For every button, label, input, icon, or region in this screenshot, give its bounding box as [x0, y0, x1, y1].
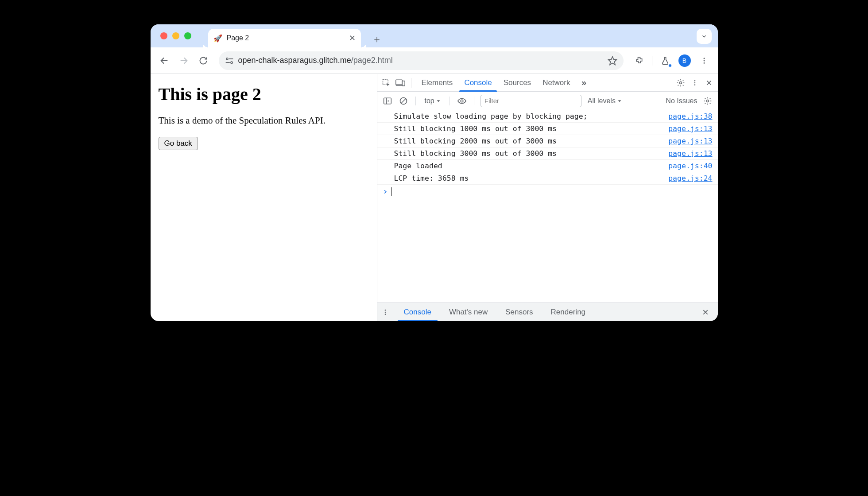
console-filter-input[interactable] — [480, 95, 581, 107]
devtools-tab-elements[interactable]: Elements — [416, 74, 459, 91]
tab-strip: 🚀 Page 2 ✕ ＋ — [151, 24, 718, 47]
console-row: LCP time: 3658 mspage.js:24 — [377, 172, 718, 185]
svg-rect-13 — [402, 81, 405, 85]
console-row: Page loadedpage.js:40 — [377, 160, 718, 172]
chrome-menu-icon[interactable] — [696, 52, 713, 69]
url-host: open-chalk-asparagus.glitch.me — [238, 56, 351, 65]
svg-marker-26 — [618, 100, 621, 102]
console-row: Still blocking 3000 ms out of 3000 mspag… — [377, 147, 718, 160]
more-tabs-icon[interactable]: » — [577, 78, 590, 88]
console-cursor — [391, 187, 392, 196]
tab-close-icon[interactable]: ✕ — [349, 33, 356, 43]
svg-point-17 — [694, 84, 695, 85]
console-message: Page loaded — [394, 162, 664, 170]
console-source-link[interactable]: page.js:13 — [668, 149, 712, 158]
devtools-panel: ElementsConsoleSourcesNetwork » — [377, 74, 718, 321]
devtools-settings-icon[interactable] — [674, 78, 687, 87]
devtools-tab-sources[interactable]: Sources — [498, 74, 537, 91]
console-source-link[interactable]: page.js:40 — [668, 162, 712, 170]
devtools-tabbar: ElementsConsoleSourcesNetwork » — [377, 74, 718, 92]
browser-window: 🚀 Page 2 ✕ ＋ open-chalk-asparagus.glitch… — [151, 24, 718, 321]
drawer-tab-rendering[interactable]: Rendering — [542, 303, 594, 321]
new-tab-button[interactable]: ＋ — [369, 31, 385, 47]
tabs-dropdown-button[interactable] — [697, 29, 712, 44]
svg-point-8 — [703, 60, 705, 61]
device-toolbar-icon[interactable] — [394, 79, 407, 87]
devtools-tab-console[interactable]: Console — [458, 74, 497, 91]
svg-point-16 — [694, 82, 695, 83]
toggle-sidebar-icon[interactable] — [382, 97, 393, 105]
devtools-drawer: ConsoleWhat's newSensorsRendering — [377, 302, 718, 321]
forward-button[interactable] — [175, 52, 192, 69]
devtools-menu-icon[interactable] — [689, 79, 701, 86]
console-source-link[interactable]: page.js:24 — [668, 174, 712, 182]
levels-label: All levels — [588, 97, 616, 105]
execution-context-selector[interactable]: top — [422, 97, 443, 105]
live-expression-icon[interactable] — [456, 97, 468, 105]
clear-console-icon[interactable] — [398, 97, 409, 105]
svg-point-27 — [706, 100, 709, 102]
console-row: Still blocking 1000 ms out of 3000 mspag… — [377, 123, 718, 135]
console-row: Still blocking 2000 ms out of 3000 mspag… — [377, 135, 718, 147]
svg-point-9 — [703, 62, 705, 63]
go-back-button[interactable]: Go back — [159, 137, 198, 150]
svg-point-15 — [694, 80, 695, 81]
svg-point-4 — [230, 62, 232, 63]
svg-point-30 — [384, 314, 386, 315]
browser-tab[interactable]: 🚀 Page 2 ✕ — [208, 29, 361, 47]
window-zoom-button[interactable] — [184, 32, 191, 39]
content-area: This is page 2 This is a demo of the Spe… — [151, 74, 718, 321]
profile-avatar[interactable]: B — [676, 52, 693, 69]
devtools-tab-network[interactable]: Network — [537, 74, 576, 91]
log-levels-selector[interactable]: All levels — [588, 97, 622, 105]
console-message: Still blocking 2000 ms out of 3000 ms — [394, 137, 664, 145]
svg-rect-20 — [384, 98, 391, 104]
rendered-page: This is page 2 This is a demo of the Spe… — [151, 74, 377, 321]
console-prompt[interactable] — [377, 185, 718, 199]
url-text: open-chalk-asparagus.glitch.me/page2.htm… — [238, 56, 393, 65]
console-separator-2 — [450, 97, 450, 105]
drawer-tab-console[interactable]: Console — [395, 303, 440, 321]
avatar-letter: B — [678, 54, 691, 67]
drawer-menu-icon[interactable] — [382, 309, 393, 316]
devtools-separator — [411, 78, 411, 88]
console-message: Still blocking 3000 ms out of 3000 ms — [394, 149, 664, 158]
drawer-close-icon[interactable] — [702, 309, 713, 316]
svg-point-14 — [679, 81, 682, 84]
labs-icon[interactable] — [657, 52, 674, 69]
tab-favicon: 🚀 — [213, 34, 222, 43]
bookmark-star-icon[interactable] — [608, 56, 617, 66]
reload-button[interactable] — [195, 52, 212, 69]
window-minimize-button[interactable] — [172, 32, 179, 39]
window-controls — [160, 32, 191, 39]
console-separator-3 — [474, 97, 474, 105]
page-paragraph: This is a demo of the Speculation Rules … — [159, 115, 369, 126]
devtools-close-icon[interactable] — [703, 79, 715, 86]
inspect-element-icon[interactable] — [380, 78, 392, 87]
svg-marker-6 — [608, 56, 616, 64]
back-button[interactable] — [156, 52, 173, 69]
svg-point-29 — [384, 311, 386, 313]
console-source-link[interactable]: page.js:13 — [668, 124, 712, 133]
console-settings-icon[interactable] — [702, 97, 713, 105]
browser-toolbar: open-chalk-asparagus.glitch.me/page2.htm… — [151, 47, 718, 74]
window-close-button[interactable] — [160, 32, 167, 39]
console-message: Still blocking 1000 ms out of 3000 ms — [394, 124, 664, 133]
console-row: Simulate slow loading page by blocking p… — [377, 110, 718, 123]
address-bar[interactable]: open-chalk-asparagus.glitch.me/page2.htm… — [219, 51, 624, 70]
console-output: Simulate slow loading page by blocking p… — [377, 110, 718, 302]
toolbar-separator — [652, 56, 652, 66]
console-message: Simulate slow loading page by blocking p… — [394, 112, 664, 120]
drawer-tab-what-s-new[interactable]: What's new — [440, 303, 496, 321]
site-info-icon[interactable] — [225, 57, 234, 65]
svg-point-28 — [384, 310, 386, 311]
console-toolbar: top All levels No Issues — [377, 92, 718, 110]
console-source-link[interactable]: page.js:13 — [668, 137, 712, 145]
svg-marker-24 — [437, 100, 440, 102]
console-source-link[interactable]: page.js:38 — [668, 112, 712, 120]
extensions-icon[interactable] — [631, 52, 647, 69]
svg-point-7 — [703, 58, 705, 59]
issues-label[interactable]: No Issues — [666, 97, 697, 105]
console-separator-1 — [415, 97, 416, 105]
drawer-tab-sensors[interactable]: Sensors — [496, 303, 542, 321]
